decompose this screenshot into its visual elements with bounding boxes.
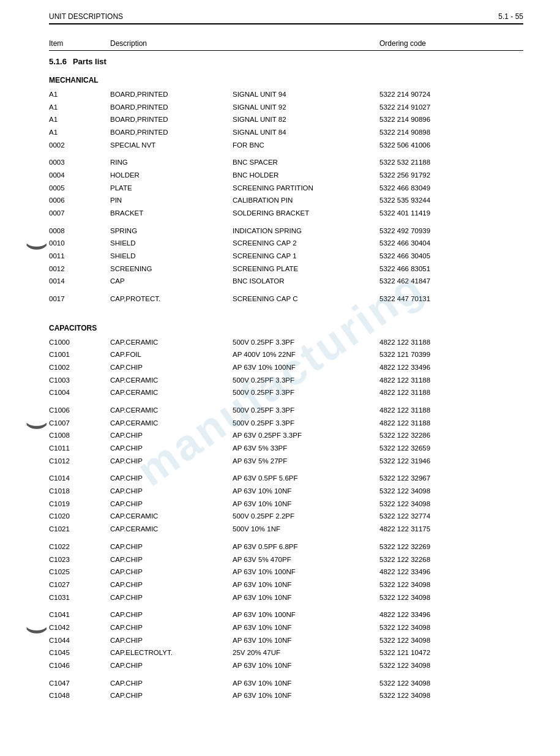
page-header: UNIT DESCRIPTIONS 5.1 - 55: [49, 12, 523, 24]
table-row: A1 BOARD,PRINTED SIGNAL UNIT 94 5322 214…: [49, 88, 523, 101]
cap-group-1: C1000 CAP.CERAMIC 500V 0.25PF 3.3PF 4822…: [49, 336, 523, 399]
col-header-item: Item: [49, 39, 110, 48]
table-row: C1027 CAP.CHIP AP 63V 10% 10NF 5322 122 …: [49, 578, 523, 591]
table-row: C1042 CAP.CHIP AP 63V 10% 10NF 5322 122 …: [49, 621, 523, 634]
table-row: C1022 CAP.CHIP AP 63V 0.5PF 6.8PF 5322 1…: [49, 541, 523, 553]
header-left: UNIT DESCRIPTIONS: [49, 12, 123, 21]
table-row: C1044 CAP.CHIP AP 63V 10% 10NF 5322 122 …: [49, 634, 523, 647]
bracket-left-icon-3: ⌣: [24, 608, 48, 645]
table-row: C1045 CAP.ELECTROLYT. 25V 20% 47UF 5322 …: [49, 646, 523, 659]
header-right: 5.1 - 55: [498, 12, 523, 21]
table-row: 0002 SPECIAL NVT FOR BNC 5322 506 41006: [49, 139, 523, 152]
table-row: 0011 SHIELD SCREENING CAP 1 5322 466 304…: [49, 250, 523, 263]
table-row: C1008 CAP.CHIP AP 63V 0.25PF 3.3PF 5322 …: [49, 429, 523, 442]
table-row: C1011 CAP.CHIP AP 63V 5% 33PF 5322 122 3…: [49, 442, 523, 455]
table-row: 0003 RING BNC SPACER 5322 532 21188: [49, 156, 523, 169]
col-header-code: Ordering code: [379, 39, 477, 48]
table-row: C1001 CAP.FOIL AP 400V 10% 22NF 5322 121…: [49, 348, 523, 361]
mech-group-1: A1 BOARD,PRINTED SIGNAL UNIT 94 5322 214…: [49, 88, 523, 151]
table-row: C1012 CAP.CHIP AP 63V 5% 27PF 5322 122 3…: [49, 455, 523, 468]
table-row: C1048 CAP.CHIP AP 63V 10% 10NF 5322 122 …: [49, 689, 523, 702]
cap-group-2: ⌣ C1006 CAP.CERAMIC 500V 0.25PF 3.3PF 48…: [49, 404, 523, 467]
cap-group-6: C1047 CAP.CHIP AP 63V 10% 10NF 5322 122 …: [49, 677, 523, 702]
cap-group-4: C1022 CAP.CHIP AP 63V 0.5PF 6.8PF 5322 1…: [49, 541, 523, 604]
table-row: C1014 CAP.CHIP AP 63V 0.5PF 5.6PF 5322 1…: [49, 472, 523, 485]
table-row: C1046 CAP.CHIP AP 63V 10% 10NF 5322 122 …: [49, 659, 523, 672]
table-row: 0014 CAP BNC ISOLATOR 5322 462 41847: [49, 275, 523, 288]
bracket-left-icon: ⌣: [24, 225, 48, 261]
mechanical-section: MECHANICAL A1 BOARD,PRINTED SIGNAL UNIT …: [49, 76, 523, 305]
bracket-left-icon-2: ⌣: [24, 404, 48, 441]
table-row: 0017 CAP,PROTECT. SCREENING CAP C 5322 4…: [49, 293, 523, 305]
table-row: C1002 CAP.CHIP AP 63V 10% 100NF 4822 122…: [49, 361, 523, 374]
section-number: 5.1.6: [49, 57, 67, 66]
table-row: C1021 CAP.CERAMIC 500V 10% 1NF 4822 122 …: [49, 523, 523, 536]
col-header-detail: [233, 39, 379, 48]
table-row: C1007 CAP.CERAMIC 500V 0.25PF 3.3PF 4822…: [49, 417, 523, 430]
table-row: 0006 PIN CALIBRATION PIN 5322 535 93244: [49, 194, 523, 207]
mechanical-heading: MECHANICAL: [49, 76, 523, 84]
mech-group-2: 0003 RING BNC SPACER 5322 532 21188 0004…: [49, 156, 523, 219]
table-row: C1000 CAP.CERAMIC 500V 0.25PF 3.3PF 4822…: [49, 336, 523, 349]
table-row: C1047 CAP.CHIP AP 63V 10% 10NF 5322 122 …: [49, 677, 523, 690]
mech-group-3: ⌣ 0008 SPRING INDICATION SPRING 5322 492…: [49, 225, 523, 288]
table-row: C1041 CAP.CHIP AP 63V 10% 100NF 4822 122…: [49, 608, 523, 621]
table-row: C1031 CAP.CHIP AP 63V 10% 10NF 5322 122 …: [49, 591, 523, 604]
table-header: Item Description Ordering code: [49, 37, 523, 51]
table-row: C1004 CAP.CERAMIC 500V 0.25PF 3.3PF 4822…: [49, 386, 523, 399]
section-title-row: 5.1.6 Parts list: [49, 57, 523, 66]
table-row: A1 BOARD,PRINTED SIGNAL UNIT 92 5322 214…: [49, 101, 523, 114]
table-row: C1006 CAP.CERAMIC 500V 0.25PF 3.3PF 4822…: [49, 404, 523, 417]
table-row: 0007 BRACKET SOLDERING BRACKET 5322 401 …: [49, 207, 523, 220]
table-row: C1003 CAP.CERAMIC 500V 0.25PF 3.3PF 4822…: [49, 374, 523, 387]
cap-group-5: ⌣ C1041 CAP.CHIP AP 63V 10% 100NF 4822 1…: [49, 608, 523, 672]
table-row: 0005 PLATE SCREENING PARTITION 5322 466 …: [49, 182, 523, 195]
table-row: A1 BOARD,PRINTED SIGNAL UNIT 82 5322 214…: [49, 113, 523, 126]
table-row: C1023 CAP.CHIP AP 63V 5% 470PF 5322 122 …: [49, 553, 523, 566]
table-row: C1019 CAP.CHIP AP 63V 10% 10NF 5322 122 …: [49, 498, 523, 511]
table-row: 0010 SHIELD SCREENING CAP 2 5322 466 304…: [49, 237, 523, 250]
table-row: C1025 CAP.CHIP AP 63V 10% 100NF 4822 122…: [49, 566, 523, 578]
table-row: C1020 CAP.CERAMIC 500V 0.25PF 2.2PF 5322…: [49, 510, 523, 523]
capacitors-heading: CAPACITORS: [49, 324, 523, 332]
table-row: A1 BOARD,PRINTED SIGNAL UNIT 84 5322 214…: [49, 126, 523, 139]
table-row: 0012 SCREENING SCREENING PLATE 5322 466 …: [49, 263, 523, 275]
cap-group-3: C1014 CAP.CHIP AP 63V 0.5PF 5.6PF 5322 1…: [49, 472, 523, 535]
capacitors-section: CAPACITORS C1000 CAP.CERAMIC 500V 0.25PF…: [49, 324, 523, 702]
table-row: 0004 HOLDER BNC HOLDER 5322 256 91792: [49, 169, 523, 182]
table-row: C1018 CAP.CHIP AP 63V 10% 10NF 5322 122 …: [49, 485, 523, 498]
section-title: Parts list: [73, 57, 106, 66]
table-row: 0008 SPRING INDICATION SPRING 5322 492 7…: [49, 225, 523, 238]
mech-group-4: 0017 CAP,PROTECT. SCREENING CAP C 5322 4…: [49, 293, 523, 305]
col-header-description: Description: [110, 39, 233, 48]
